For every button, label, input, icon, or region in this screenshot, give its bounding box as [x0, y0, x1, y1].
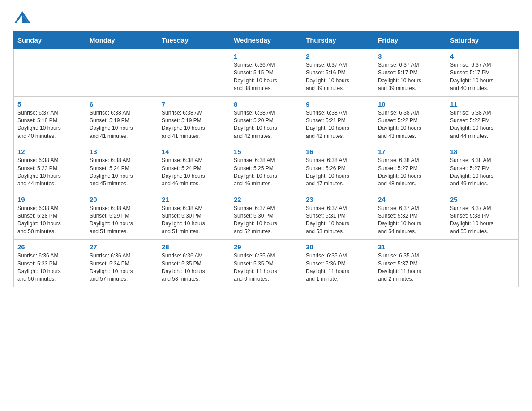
calendar-cell — [14, 49, 86, 97]
day-info: Sunrise: 6:37 AM Sunset: 5:31 PM Dayligh… — [306, 205, 370, 236]
day-number: 18 — [450, 148, 515, 155]
col-header-friday: Friday — [374, 32, 446, 49]
calendar-cell: 2Sunrise: 6:37 AM Sunset: 5:16 PM Daylig… — [302, 49, 374, 97]
day-info: Sunrise: 6:38 AM Sunset: 5:28 PM Dayligh… — [17, 205, 82, 236]
day-info: Sunrise: 6:36 AM Sunset: 5:33 PM Dayligh… — [17, 252, 82, 283]
calendar-cell: 11Sunrise: 6:38 AM Sunset: 5:22 PM Dayli… — [446, 96, 519, 144]
calendar-cell: 28Sunrise: 6:36 AM Sunset: 5:35 PM Dayli… — [158, 240, 230, 287]
day-number: 2 — [306, 52, 370, 60]
col-header-wednesday: Wednesday — [230, 32, 302, 49]
calendar-cell: 15Sunrise: 6:38 AM Sunset: 5:25 PM Dayli… — [230, 144, 302, 192]
calendar-week-row-2: 5Sunrise: 6:37 AM Sunset: 5:18 PM Daylig… — [14, 96, 519, 144]
day-number: 9 — [306, 100, 370, 108]
day-number: 15 — [234, 148, 298, 155]
col-header-saturday: Saturday — [446, 32, 519, 49]
calendar-week-row-5: 26Sunrise: 6:36 AM Sunset: 5:33 PM Dayli… — [14, 240, 519, 287]
calendar-week-row-3: 12Sunrise: 6:38 AM Sunset: 5:23 PM Dayli… — [14, 144, 519, 192]
calendar-table: SundayMondayTuesdayWednesdayThursdayFrid… — [13, 31, 519, 287]
day-number: 28 — [162, 243, 226, 251]
day-info: Sunrise: 6:38 AM Sunset: 5:20 PM Dayligh… — [234, 109, 298, 141]
day-info: Sunrise: 6:37 AM Sunset: 5:32 PM Dayligh… — [378, 205, 442, 236]
day-number: 6 — [90, 100, 154, 108]
calendar-cell: 6Sunrise: 6:38 AM Sunset: 5:19 PM Daylig… — [86, 96, 158, 144]
logo-icon — [13, 9, 31, 27]
day-info: Sunrise: 6:38 AM Sunset: 5:26 PM Dayligh… — [306, 157, 370, 188]
col-header-sunday: Sunday — [14, 32, 86, 49]
day-number: 14 — [162, 148, 226, 155]
day-number: 23 — [306, 196, 370, 203]
calendar-cell: 3Sunrise: 6:37 AM Sunset: 5:17 PM Daylig… — [374, 49, 446, 97]
calendar-cell — [158, 49, 230, 97]
calendar-cell — [86, 49, 158, 97]
day-number: 5 — [17, 100, 82, 108]
day-info: Sunrise: 6:38 AM Sunset: 5:24 PM Dayligh… — [90, 157, 154, 188]
day-info: Sunrise: 6:35 AM Sunset: 5:35 PM Dayligh… — [234, 252, 298, 283]
day-info: Sunrise: 6:38 AM Sunset: 5:25 PM Dayligh… — [234, 157, 298, 188]
calendar-cell: 17Sunrise: 6:38 AM Sunset: 5:27 PM Dayli… — [374, 144, 446, 192]
calendar-cell: 10Sunrise: 6:38 AM Sunset: 5:22 PM Dayli… — [374, 96, 446, 144]
day-number: 27 — [90, 243, 154, 251]
day-info: Sunrise: 6:38 AM Sunset: 5:29 PM Dayligh… — [90, 205, 154, 236]
day-number: 31 — [378, 243, 442, 251]
calendar-week-row-1: 1Sunrise: 6:36 AM Sunset: 5:15 PM Daylig… — [14, 49, 519, 97]
day-number: 16 — [306, 148, 370, 155]
calendar-cell: 19Sunrise: 6:38 AM Sunset: 5:28 PM Dayli… — [14, 192, 86, 240]
calendar-cell: 29Sunrise: 6:35 AM Sunset: 5:35 PM Dayli… — [230, 240, 302, 287]
day-info: Sunrise: 6:36 AM Sunset: 5:34 PM Dayligh… — [90, 252, 154, 283]
calendar-cell: 1Sunrise: 6:36 AM Sunset: 5:15 PM Daylig… — [230, 49, 302, 97]
calendar-cell: 16Sunrise: 6:38 AM Sunset: 5:26 PM Dayli… — [302, 144, 374, 192]
calendar-cell: 24Sunrise: 6:37 AM Sunset: 5:32 PM Dayli… — [374, 192, 446, 240]
calendar-cell — [446, 240, 519, 287]
calendar-cell: 25Sunrise: 6:37 AM Sunset: 5:33 PM Dayli… — [446, 192, 519, 240]
calendar-cell: 23Sunrise: 6:37 AM Sunset: 5:31 PM Dayli… — [302, 192, 374, 240]
day-info: Sunrise: 6:38 AM Sunset: 5:22 PM Dayligh… — [378, 109, 442, 141]
calendar-week-row-4: 19Sunrise: 6:38 AM Sunset: 5:28 PM Dayli… — [14, 192, 519, 240]
page-header — [13, 9, 519, 27]
day-number: 3 — [378, 52, 442, 60]
day-info: Sunrise: 6:38 AM Sunset: 5:27 PM Dayligh… — [378, 157, 442, 188]
calendar-header-row: SundayMondayTuesdayWednesdayThursdayFrid… — [14, 32, 519, 49]
day-info: Sunrise: 6:38 AM Sunset: 5:19 PM Dayligh… — [90, 109, 154, 141]
calendar-cell: 9Sunrise: 6:38 AM Sunset: 5:21 PM Daylig… — [302, 96, 374, 144]
day-number: 11 — [450, 100, 515, 108]
day-info: Sunrise: 6:37 AM Sunset: 5:16 PM Dayligh… — [306, 61, 370, 93]
logo — [13, 9, 33, 27]
calendar-cell: 27Sunrise: 6:36 AM Sunset: 5:34 PM Dayli… — [86, 240, 158, 287]
calendar-cell: 8Sunrise: 6:38 AM Sunset: 5:20 PM Daylig… — [230, 96, 302, 144]
day-info: Sunrise: 6:38 AM Sunset: 5:22 PM Dayligh… — [450, 109, 515, 141]
day-number: 20 — [90, 196, 154, 203]
col-header-tuesday: Tuesday — [158, 32, 230, 49]
calendar-cell: 18Sunrise: 6:38 AM Sunset: 5:27 PM Dayli… — [446, 144, 519, 192]
day-info: Sunrise: 6:38 AM Sunset: 5:24 PM Dayligh… — [162, 157, 226, 188]
day-info: Sunrise: 6:37 AM Sunset: 5:33 PM Dayligh… — [450, 205, 515, 236]
day-number: 12 — [17, 148, 82, 155]
day-number: 8 — [234, 100, 298, 108]
day-info: Sunrise: 6:37 AM Sunset: 5:17 PM Dayligh… — [450, 61, 515, 93]
day-number: 17 — [378, 148, 442, 155]
col-header-monday: Monday — [86, 32, 158, 49]
day-number: 4 — [450, 52, 515, 60]
calendar-cell: 26Sunrise: 6:36 AM Sunset: 5:33 PM Dayli… — [14, 240, 86, 287]
day-number: 25 — [450, 196, 515, 203]
calendar-cell: 5Sunrise: 6:37 AM Sunset: 5:18 PM Daylig… — [14, 96, 86, 144]
day-number: 19 — [17, 196, 82, 203]
day-number: 30 — [306, 243, 370, 251]
day-info: Sunrise: 6:37 AM Sunset: 5:18 PM Dayligh… — [17, 109, 82, 141]
day-number: 13 — [90, 148, 154, 155]
calendar-cell: 20Sunrise: 6:38 AM Sunset: 5:29 PM Dayli… — [86, 192, 158, 240]
col-header-thursday: Thursday — [302, 32, 374, 49]
day-info: Sunrise: 6:38 AM Sunset: 5:30 PM Dayligh… — [162, 205, 226, 236]
day-number: 22 — [234, 196, 298, 203]
day-number: 10 — [378, 100, 442, 108]
calendar-cell: 4Sunrise: 6:37 AM Sunset: 5:17 PM Daylig… — [446, 49, 519, 97]
day-number: 7 — [162, 100, 226, 108]
day-number: 26 — [17, 243, 82, 251]
day-info: Sunrise: 6:38 AM Sunset: 5:27 PM Dayligh… — [450, 157, 515, 188]
calendar-cell: 13Sunrise: 6:38 AM Sunset: 5:24 PM Dayli… — [86, 144, 158, 192]
day-info: Sunrise: 6:37 AM Sunset: 5:30 PM Dayligh… — [234, 205, 298, 236]
day-number: 21 — [162, 196, 226, 203]
day-info: Sunrise: 6:35 AM Sunset: 5:36 PM Dayligh… — [306, 252, 370, 283]
day-info: Sunrise: 6:35 AM Sunset: 5:37 PM Dayligh… — [378, 252, 442, 283]
calendar-cell: 12Sunrise: 6:38 AM Sunset: 5:23 PM Dayli… — [14, 144, 86, 192]
calendar-cell: 14Sunrise: 6:38 AM Sunset: 5:24 PM Dayli… — [158, 144, 230, 192]
